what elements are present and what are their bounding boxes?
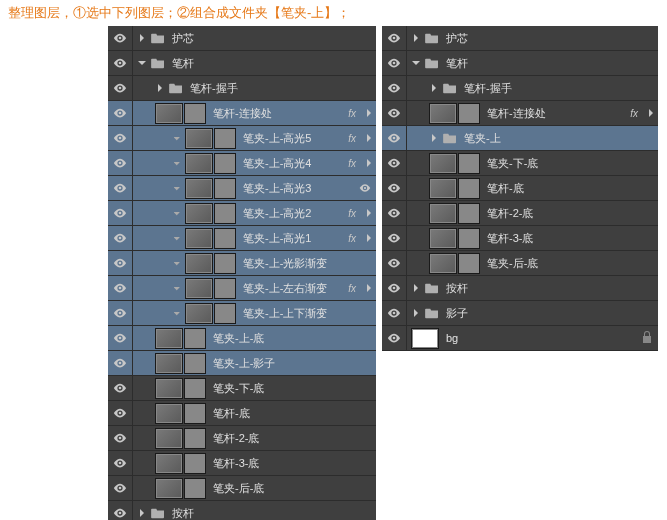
- fx-indicator[interactable]: fx: [348, 158, 356, 169]
- fx-chevron-icon[interactable]: [362, 234, 376, 242]
- disclosure-arrow-icon[interactable]: [429, 133, 439, 143]
- layer-name[interactable]: 笔夹-上-高光3: [243, 181, 311, 196]
- layer-name[interactable]: 笔夹-上-高光1: [243, 231, 311, 246]
- layer-row[interactable]: ⏷笔夹-上-上下渐变: [108, 301, 376, 326]
- layer-name[interactable]: 笔杆-3-底: [487, 231, 533, 246]
- layer-name[interactable]: 笔杆-3-底: [213, 456, 259, 471]
- fx-chevron-icon[interactable]: [644, 109, 658, 117]
- visibility-eye-icon[interactable]: [382, 156, 406, 170]
- disclosure-arrow-icon[interactable]: [411, 308, 421, 318]
- layer-row[interactable]: 护芯: [382, 26, 658, 51]
- fx-indicator[interactable]: fx: [630, 108, 638, 119]
- layer-name[interactable]: bg: [446, 332, 458, 344]
- visibility-eye-icon[interactable]: [108, 181, 132, 195]
- layer-name[interactable]: 笔杆: [172, 56, 194, 71]
- visibility-eye-icon[interactable]: [382, 56, 406, 70]
- visibility-eye-icon[interactable]: [108, 56, 132, 70]
- visibility-eye-icon[interactable]: [108, 131, 132, 145]
- layer-row[interactable]: 笔杆-握手: [108, 76, 376, 101]
- disclosure-arrow-icon[interactable]: [411, 283, 421, 293]
- layer-name[interactable]: 护芯: [446, 31, 468, 46]
- visibility-eye-icon[interactable]: [108, 306, 132, 320]
- layer-name[interactable]: 笔夹-后-底: [487, 256, 538, 271]
- layer-name[interactable]: 影子: [446, 306, 468, 321]
- layer-row[interactable]: 笔杆-连接处fx: [382, 101, 658, 126]
- layer-row[interactable]: ⏷笔夹-上-高光4fx: [108, 151, 376, 176]
- layer-row[interactable]: 笔夹-上: [382, 126, 658, 151]
- filter-visibility-icon[interactable]: [356, 182, 374, 194]
- layer-row[interactable]: 按杆: [382, 276, 658, 301]
- layer-name[interactable]: 笔杆-握手: [190, 81, 238, 96]
- fx-chevron-icon[interactable]: [362, 209, 376, 217]
- layer-row[interactable]: 笔夹-上-影子: [108, 351, 376, 376]
- layer-row[interactable]: 笔杆-3-底: [382, 226, 658, 251]
- layer-row[interactable]: bg: [382, 326, 658, 351]
- fx-chevron-icon[interactable]: [362, 134, 376, 142]
- visibility-eye-icon[interactable]: [108, 256, 132, 270]
- visibility-eye-icon[interactable]: [382, 206, 406, 220]
- layer-row[interactable]: 笔夹-上-底: [108, 326, 376, 351]
- layer-name[interactable]: 笔杆-2-底: [487, 206, 533, 221]
- layer-name[interactable]: 笔夹-上-高光5: [243, 131, 311, 146]
- layer-row[interactable]: 笔杆: [382, 51, 658, 76]
- visibility-eye-icon[interactable]: [382, 131, 406, 145]
- layer-name[interactable]: 笔杆-2-底: [213, 431, 259, 446]
- layer-name[interactable]: 笔杆: [446, 56, 468, 71]
- visibility-eye-icon[interactable]: [108, 281, 132, 295]
- visibility-eye-icon[interactable]: [382, 181, 406, 195]
- layer-name[interactable]: 笔杆-底: [213, 406, 250, 421]
- disclosure-arrow-icon[interactable]: [137, 33, 147, 43]
- layer-row[interactable]: 笔夹-下-底: [382, 151, 658, 176]
- fx-indicator[interactable]: fx: [348, 233, 356, 244]
- visibility-eye-icon[interactable]: [108, 481, 132, 495]
- layer-name[interactable]: 笔杆-底: [487, 181, 524, 196]
- layer-name[interactable]: 笔杆-连接处: [213, 106, 272, 121]
- layer-row[interactable]: 笔杆-2-底: [382, 201, 658, 226]
- visibility-eye-icon[interactable]: [108, 406, 132, 420]
- disclosure-arrow-icon[interactable]: [429, 83, 439, 93]
- fx-chevron-icon[interactable]: [362, 109, 376, 117]
- visibility-eye-icon[interactable]: [108, 156, 132, 170]
- fx-indicator[interactable]: fx: [348, 133, 356, 144]
- layer-row[interactable]: 笔杆-2-底: [108, 426, 376, 451]
- layer-row[interactable]: ⏷笔夹-上-高光2fx: [108, 201, 376, 226]
- disclosure-arrow-icon[interactable]: [137, 508, 147, 518]
- layer-row[interactable]: 笔杆-连接处fx: [108, 101, 376, 126]
- visibility-eye-icon[interactable]: [108, 231, 132, 245]
- layer-name[interactable]: 笔夹-上-上下渐变: [243, 306, 327, 321]
- lock-icon[interactable]: [642, 331, 652, 345]
- layer-name[interactable]: 笔夹-上-左右渐变: [243, 281, 327, 296]
- fx-indicator[interactable]: fx: [348, 283, 356, 294]
- layer-name[interactable]: 笔夹-上-高光4: [243, 156, 311, 171]
- layer-row[interactable]: 笔杆-3-底: [108, 451, 376, 476]
- layer-row[interactable]: ⏷笔夹-上-高光1fx: [108, 226, 376, 251]
- layer-row[interactable]: 笔杆-握手: [382, 76, 658, 101]
- visibility-eye-icon[interactable]: [108, 31, 132, 45]
- layer-row[interactable]: 影子: [382, 301, 658, 326]
- visibility-eye-icon[interactable]: [382, 31, 406, 45]
- visibility-eye-icon[interactable]: [108, 331, 132, 345]
- visibility-eye-icon[interactable]: [108, 81, 132, 95]
- layer-name[interactable]: 笔夹-上-高光2: [243, 206, 311, 221]
- layer-name[interactable]: 笔杆-握手: [464, 81, 512, 96]
- layer-row[interactable]: 笔夹-后-底: [108, 476, 376, 501]
- layer-name[interactable]: 笔杆-连接处: [487, 106, 546, 121]
- visibility-eye-icon[interactable]: [108, 456, 132, 470]
- layer-name[interactable]: 笔夹-上-底: [213, 331, 264, 346]
- layer-row[interactable]: ⏷笔夹-上-高光5fx: [108, 126, 376, 151]
- visibility-eye-icon[interactable]: [382, 106, 406, 120]
- visibility-eye-icon[interactable]: [382, 256, 406, 270]
- disclosure-arrow-icon[interactable]: [137, 58, 147, 68]
- visibility-eye-icon[interactable]: [382, 231, 406, 245]
- disclosure-arrow-icon[interactable]: [411, 33, 421, 43]
- layer-row[interactable]: ⏷笔夹-上-光影渐变: [108, 251, 376, 276]
- visibility-eye-icon[interactable]: [108, 381, 132, 395]
- layer-row[interactable]: 笔夹-后-底: [382, 251, 658, 276]
- layer-name[interactable]: 笔夹-上-影子: [213, 356, 275, 371]
- fx-chevron-icon[interactable]: [362, 284, 376, 292]
- disclosure-arrow-icon[interactable]: [155, 83, 165, 93]
- layer-row[interactable]: 按杆: [108, 501, 376, 520]
- visibility-eye-icon[interactable]: [108, 356, 132, 370]
- layer-name[interactable]: 笔夹-上-光影渐变: [243, 256, 327, 271]
- layer-row[interactable]: 护芯: [108, 26, 376, 51]
